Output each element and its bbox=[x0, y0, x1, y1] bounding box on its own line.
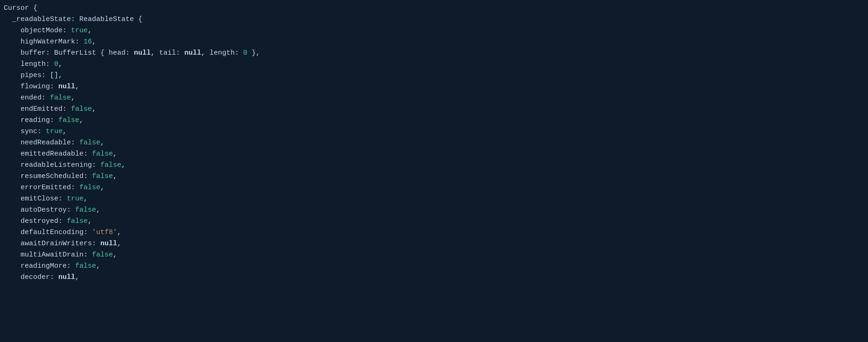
line-objectmode: objectMode: true, bbox=[4, 25, 859, 36]
line-sync: sync: true, bbox=[4, 126, 859, 137]
line-endemitted: endEmitted: false, bbox=[4, 104, 859, 115]
code-block: Cursor { _readableState: ReadableState {… bbox=[0, 2, 868, 288]
line-erroremitted: errorEmitted: false, bbox=[4, 182, 859, 193]
line-emittedreadable: emittedReadable: false, bbox=[4, 149, 859, 160]
line-reading: reading: false, bbox=[4, 115, 859, 126]
line-destroyed: destroyed: false, bbox=[4, 216, 859, 227]
line-readingmore: readingMore: false, bbox=[4, 261, 859, 272]
line-autodestroy: autoDestroy: false, bbox=[4, 205, 859, 216]
line-flowing: flowing: null, bbox=[4, 81, 859, 93]
line-emitclose: emitClose: true, bbox=[4, 193, 859, 205]
line-length: length: 0, bbox=[4, 59, 859, 70]
line-resumescheduled: resumeScheduled: false, bbox=[4, 171, 859, 182]
line-decoder: decoder: null, bbox=[4, 272, 859, 283]
line-ended: ended: false, bbox=[4, 93, 859, 104]
line-readablelistening: readableListening: false, bbox=[4, 160, 859, 171]
line-defaultencoding: defaultEncoding: 'utf8', bbox=[4, 227, 859, 238]
line-pipes: pipes: [], bbox=[4, 70, 859, 81]
line-cursor: Cursor { bbox=[4, 3, 859, 14]
line-buffer: buffer: BufferList { head: null, tail: n… bbox=[4, 48, 859, 59]
line-needreadable: needReadable: false, bbox=[4, 137, 859, 149]
line-multiawaitdrain: multiAwaitDrain: false, bbox=[4, 249, 859, 261]
line-awaitdrainwriters: awaitDrainWriters: null, bbox=[4, 238, 859, 249]
line-highwatermark: highWaterMark: 16, bbox=[4, 36, 859, 48]
line-readablestate: _readableState: ReadableState { bbox=[4, 14, 859, 25]
